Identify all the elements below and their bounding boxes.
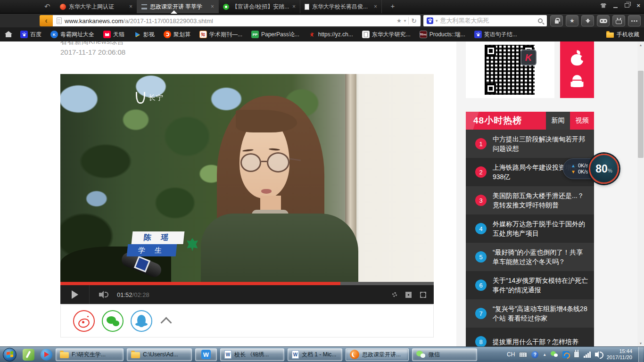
- bookmark-video[interactable]: 影视: [133, 31, 155, 39]
- help-icon[interactable]: ?: [531, 351, 538, 358]
- search-icon[interactable]: [538, 18, 543, 23]
- tab-history-back-icon[interactable]: ↶: [44, 2, 50, 11]
- taskbar-browser[interactable]: 思政课堂开讲...: [346, 348, 409, 361]
- tray-wechat-icon[interactable]: [551, 351, 558, 358]
- lock-button[interactable]: [550, 15, 563, 26]
- scroll-down-button[interactable]: ▼: [637, 340, 644, 346]
- duba-icon: K: [50, 31, 58, 38]
- tab-close-icon[interactable]: ×: [292, 3, 296, 10]
- notes-app-icon[interactable]: [23, 349, 34, 361]
- start-button[interactable]: [3, 348, 17, 362]
- tab-dhu-auth[interactable]: 东华大学上网认证 ×: [56, 0, 137, 13]
- clock[interactable]: 15:442017/11/20: [607, 348, 632, 361]
- hot-list-item[interactable]: 4外媒称万达急于脱手位于国外的五处房地产项目: [466, 214, 594, 243]
- tab-kankanews-active[interactable]: 思政课堂开讲 莘莘学 ×: [137, 0, 219, 13]
- games-button[interactable]: [597, 15, 610, 26]
- hot-list-item[interactable]: 8提拔重用什么干部？怎样培养: [466, 328, 594, 346]
- taskbar-word-doc1[interactable]: W校长 《锦绣...: [220, 348, 284, 361]
- bookmark-products[interactable]: TEncProducts::瑞...: [420, 31, 465, 39]
- qr-finder: [486, 46, 496, 56]
- bookmark-baidu[interactable]: 百度: [20, 31, 41, 39]
- taskbar-word-doc2[interactable]: W文档 1 - Mic...: [288, 348, 342, 361]
- bookmark-journal[interactable]: 知学术期刊—...: [199, 31, 242, 39]
- optimizer-ball-widget[interactable]: 80 %: [589, 154, 619, 184]
- hot-list-item[interactable]: 3美国防部五角大楼手滑还是...？竟转发推文呼吁特朗普: [466, 186, 594, 214]
- search-engine-caret-icon[interactable]: ▾: [436, 18, 438, 23]
- tab-dhu-president[interactable]: 东华大学校长蒋昌俊... ×: [300, 0, 382, 13]
- refresh-icon[interactable]: ↻: [411, 17, 417, 25]
- favorites-button[interactable]: ★: [566, 15, 578, 26]
- download-button[interactable]: [581, 15, 594, 26]
- bookmark-paperpass[interactable]: PPPaperPass论...: [251, 31, 299, 39]
- search-input[interactable]: 意大利黑老大病死: [440, 16, 536, 25]
- star-caret-icon[interactable]: ▾: [404, 18, 406, 23]
- active-tab-notch: [171, 10, 177, 14]
- taskbar-wps[interactable]: W: [195, 348, 217, 361]
- tab-video[interactable]: 视频: [570, 112, 594, 130]
- video-frame[interactable]: 长宁 陈 瑶 学 生: [60, 74, 434, 282]
- tab-close-icon[interactable]: ×: [211, 3, 214, 10]
- restore-icon[interactable]: [625, 3, 629, 8]
- url-text[interactable]: www.kankanews.com/a/2017-11-17/001822900…: [65, 17, 213, 25]
- app-download-panel[interactable]: [560, 41, 594, 98]
- taskbar-folder-f[interactable]: F:\研究生学...: [56, 348, 124, 361]
- bookmark-english[interactable]: 英语句子结...: [474, 31, 517, 39]
- tab-close-icon[interactable]: ×: [374, 3, 377, 10]
- show-desktop-button[interactable]: [638, 347, 643, 362]
- bookmark-yz[interactable]: https://yz.ch...: [308, 31, 353, 38]
- new-tab-button[interactable]: +: [388, 2, 398, 11]
- hot-list-item[interactable]: 6关于“14岁俄罗斯女模特在沪死亡事件”的情况通报: [466, 271, 594, 299]
- bookmark-star-icon[interactable]: ★: [396, 17, 402, 24]
- network-signal-icon[interactable]: [584, 352, 591, 358]
- share-weibo-button[interactable]: [73, 310, 95, 332]
- bookmark-juhuasuan[interactable]: 聚划算: [164, 31, 190, 39]
- taskbar-wechat[interactable]: 微信: [412, 348, 477, 361]
- media-player-icon[interactable]: [41, 349, 52, 361]
- apple-icon[interactable]: [570, 50, 584, 66]
- share-wechat-button[interactable]: [102, 310, 124, 332]
- bookmark-mobile-favorites[interactable]: 手机收藏: [606, 27, 639, 41]
- speaker-icon[interactable]: [595, 353, 598, 356]
- url-field[interactable]: www.kankanews.com/a/2017-11-17/001822900…: [53, 15, 421, 26]
- tab-career-talk[interactable]: 【宣讲会/校招】安踏... ×: [219, 0, 300, 13]
- search-box[interactable]: ▾ 意大利黑老大病死: [423, 15, 547, 26]
- bookmark-tmall[interactable]: 天猫: [103, 31, 124, 39]
- tab-news[interactable]: 新闻: [546, 112, 570, 130]
- bookmark-duba[interactable]: K毒霸网址大全: [50, 31, 94, 39]
- android-icon[interactable]: [570, 74, 584, 89]
- bookmark-dhu[interactable]: 东华大学研究...: [362, 31, 411, 39]
- hidden-icons-chevron[interactable]: ▲: [543, 353, 546, 357]
- close-icon[interactable]: ×: [636, 2, 640, 9]
- video-center-button[interactable]: [612, 15, 625, 26]
- scrollbar-thumb[interactable]: [638, 71, 644, 158]
- rank-badge: 1: [475, 138, 487, 149]
- menu-button[interactable]: [628, 15, 641, 26]
- tray-app-icon[interactable]: [562, 351, 570, 358]
- skin-icon[interactable]: [600, 3, 606, 8]
- play-button[interactable]: [60, 285, 90, 304]
- language-indicator[interactable]: CH: [507, 351, 515, 358]
- collapse-chevron-icon[interactable]: [159, 317, 173, 325]
- hot-list-item[interactable]: 5“最好骑”的小蓝也倒闭了！共享单车能熬过这个冬天吗？: [466, 243, 594, 271]
- hot-item-text: 外媒称万达急于脱手位于国外的五处房地产项目: [493, 219, 588, 238]
- hot-list-item[interactable]: 7“复兴号”高速动车组新增4条线28个站 看看经过你家: [466, 299, 594, 328]
- fullscreen-icon[interactable]: [420, 292, 426, 298]
- share-qq-button[interactable]: [131, 310, 152, 332]
- volume-button[interactable]: [99, 291, 109, 298]
- minimize-icon[interactable]: [613, 7, 618, 8]
- video-progress-bar[interactable]: [60, 282, 434, 285]
- power-plug-icon[interactable]: [574, 351, 579, 358]
- keyboard-icon[interactable]: [519, 352, 527, 357]
- search-engine-paw-icon[interactable]: [427, 17, 433, 24]
- video-player[interactable]: 长宁 陈 瑶 学 生 01:52/02:28: [60, 74, 434, 304]
- theater-mode-icon[interactable]: [405, 292, 412, 298]
- home-icon[interactable]: [6, 34, 11, 37]
- glasses-bridge: [261, 161, 267, 162]
- taskbar-folder-c[interactable]: C:\Users\Ad...: [127, 348, 192, 361]
- browser-back-button[interactable]: ‹: [40, 15, 53, 26]
- settings-gear-icon[interactable]: [392, 292, 397, 297]
- tab-close-icon[interactable]: ×: [129, 3, 132, 10]
- page-scrollbar[interactable]: ▲ ▼: [637, 41, 644, 346]
- hot-list-item[interactable]: 1中方提出三阶段解决缅甸若开邦问题设想: [466, 130, 594, 158]
- scroll-up-button[interactable]: ▲: [637, 41, 644, 48]
